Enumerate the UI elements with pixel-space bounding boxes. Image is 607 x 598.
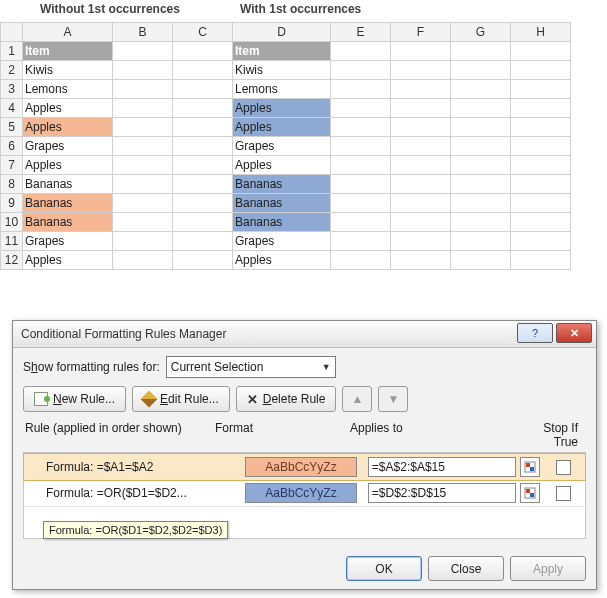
cell[interactable] <box>451 213 511 232</box>
cell[interactable] <box>451 194 511 213</box>
delete-rule-button[interactable]: ✕Delete Rule <box>236 386 337 412</box>
cell[interactable]: Grapes <box>233 137 331 156</box>
row-header[interactable]: 7 <box>1 156 23 175</box>
cell[interactable] <box>511 156 571 175</box>
spreadsheet-grid[interactable]: A B C D E F G H 1ItemItem2KiwisKiwis3Lem… <box>0 22 571 270</box>
row-header[interactable]: 4 <box>1 99 23 118</box>
applies-to-input[interactable]: =$D$2:$D$15 <box>368 483 516 503</box>
cell[interactable] <box>173 251 233 270</box>
cell[interactable] <box>391 232 451 251</box>
cell[interactable] <box>511 61 571 80</box>
row-header[interactable]: 9 <box>1 194 23 213</box>
cell[interactable] <box>331 213 391 232</box>
col-header[interactable]: B <box>113 23 173 42</box>
cell[interactable] <box>173 61 233 80</box>
cell[interactable] <box>173 99 233 118</box>
help-button[interactable]: ? <box>517 323 553 343</box>
row-header[interactable]: 6 <box>1 137 23 156</box>
cell[interactable]: Apples <box>233 118 331 137</box>
cell[interactable] <box>331 175 391 194</box>
cell[interactable]: Bananas <box>23 175 113 194</box>
cell[interactable] <box>113 213 173 232</box>
cell[interactable] <box>451 175 511 194</box>
col-header[interactable]: G <box>451 23 511 42</box>
col-header[interactable]: E <box>331 23 391 42</box>
cell[interactable] <box>391 251 451 270</box>
cell[interactable]: Lemons <box>233 80 331 99</box>
cell[interactable] <box>391 194 451 213</box>
cell[interactable] <box>331 232 391 251</box>
move-down-button[interactable]: ▼ <box>378 386 408 412</box>
col-header[interactable]: H <box>511 23 571 42</box>
cell[interactable]: Grapes <box>233 232 331 251</box>
cell[interactable] <box>173 118 233 137</box>
row-header[interactable]: 11 <box>1 232 23 251</box>
row-header[interactable]: 3 <box>1 80 23 99</box>
move-up-button[interactable]: ▲ <box>342 386 372 412</box>
cell[interactable]: Bananas <box>233 213 331 232</box>
cell[interactable] <box>113 61 173 80</box>
cell[interactable] <box>451 251 511 270</box>
row-header[interactable]: 10 <box>1 213 23 232</box>
cell[interactable]: Bananas <box>23 194 113 213</box>
cell[interactable]: Apples <box>23 156 113 175</box>
apply-button[interactable]: Apply <box>510 556 586 581</box>
cell[interactable]: Apples <box>233 156 331 175</box>
cell[interactable] <box>173 137 233 156</box>
cell[interactable] <box>113 42 173 61</box>
stop-if-true-checkbox[interactable] <box>556 486 571 501</box>
cell[interactable]: Item <box>23 42 113 61</box>
cell[interactable] <box>391 61 451 80</box>
cell[interactable]: Apples <box>233 251 331 270</box>
cell[interactable] <box>391 99 451 118</box>
stop-if-true-checkbox[interactable] <box>556 460 571 475</box>
cell[interactable] <box>511 118 571 137</box>
range-picker-button[interactable] <box>520 457 540 477</box>
cell[interactable] <box>511 251 571 270</box>
cell[interactable] <box>451 137 511 156</box>
new-rule-button[interactable]: New Rule... <box>23 386 126 412</box>
cell[interactable]: Grapes <box>23 137 113 156</box>
cell[interactable] <box>331 99 391 118</box>
cell[interactable] <box>173 156 233 175</box>
cell[interactable] <box>113 175 173 194</box>
col-header[interactable]: A <box>23 23 113 42</box>
rule-row[interactable]: Formula: =$A1=$A2 AaBbCcYyZz =$A$2:$A$15 <box>23 453 586 481</box>
cell[interactable]: Bananas <box>233 194 331 213</box>
cell[interactable] <box>391 118 451 137</box>
cell[interactable] <box>451 99 511 118</box>
dialog-titlebar[interactable]: Conditional Formatting Rules Manager ? ✕ <box>13 321 596 348</box>
range-picker-button[interactable] <box>520 483 540 503</box>
rule-row[interactable]: Formula: =OR($D1=$D2... AaBbCcYyZz =$D$2… <box>24 480 585 507</box>
cell[interactable] <box>331 194 391 213</box>
col-header[interactable]: C <box>173 23 233 42</box>
edit-rule-button[interactable]: Edit Rule... <box>132 386 230 412</box>
cell[interactable]: Kiwis <box>23 61 113 80</box>
cell[interactable] <box>331 251 391 270</box>
cell[interactable] <box>173 194 233 213</box>
cell[interactable] <box>391 42 451 61</box>
cell[interactable]: Lemons <box>23 80 113 99</box>
cell[interactable] <box>113 118 173 137</box>
cell[interactable] <box>391 80 451 99</box>
cell[interactable] <box>511 137 571 156</box>
cell[interactable] <box>451 42 511 61</box>
cell[interactable] <box>451 118 511 137</box>
cell[interactable] <box>451 156 511 175</box>
cell[interactable] <box>451 61 511 80</box>
row-header[interactable]: 5 <box>1 118 23 137</box>
cell[interactable] <box>113 80 173 99</box>
cell[interactable] <box>173 175 233 194</box>
select-all-corner[interactable] <box>1 23 23 42</box>
cell[interactable] <box>391 213 451 232</box>
cell[interactable] <box>113 137 173 156</box>
col-header[interactable]: F <box>391 23 451 42</box>
cell[interactable] <box>331 80 391 99</box>
cell[interactable] <box>511 213 571 232</box>
cell[interactable]: Apples <box>23 251 113 270</box>
cell[interactable]: Apples <box>23 118 113 137</box>
cell[interactable] <box>331 42 391 61</box>
row-header[interactable]: 1 <box>1 42 23 61</box>
scope-select[interactable]: Current Selection ▼ <box>166 356 336 378</box>
cell[interactable] <box>511 99 571 118</box>
